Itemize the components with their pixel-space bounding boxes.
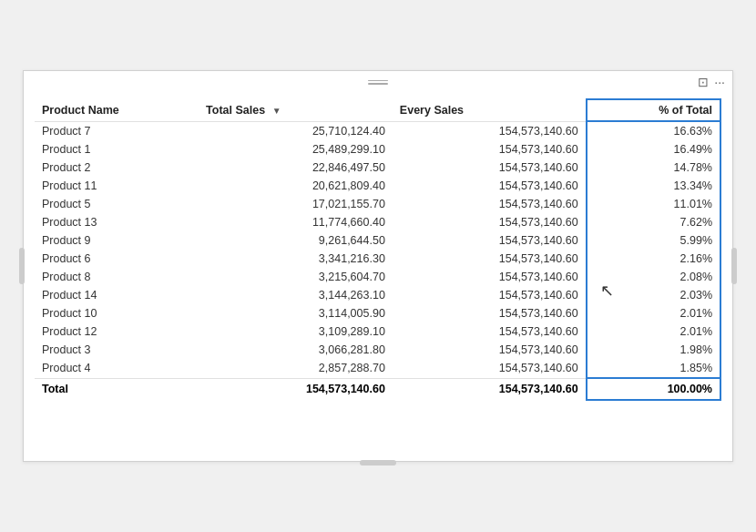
top-bar: ⊡ ··· bbox=[24, 71, 732, 93]
cell-pct-total: 2.03% bbox=[587, 286, 720, 304]
cell-product-name: Product 4 bbox=[35, 359, 199, 378]
cell-product-name: Product 3 bbox=[35, 341, 199, 359]
cell-pct-total: 5.99% bbox=[587, 231, 720, 250]
cell-every-sales: 154,573,140.60 bbox=[393, 322, 587, 341]
cell-pct-total: 2.01% bbox=[587, 322, 720, 341]
cell-every-sales: 154,573,140.60 bbox=[393, 268, 587, 286]
cell-every-sales: 154,573,140.60 bbox=[393, 304, 587, 322]
table-container: Product Name Total Sales ▼ Every Sales %… bbox=[24, 93, 732, 412]
cell-every-sales: 154,573,140.60 bbox=[393, 195, 587, 213]
more-options-icon[interactable]: ··· bbox=[714, 75, 725, 89]
expand-icon[interactable]: ⊡ bbox=[698, 75, 709, 89]
cell-total-sales: 9,261,644.50 bbox=[199, 231, 393, 250]
footer-pct-total: 100.00% bbox=[587, 378, 720, 400]
cell-pct-total: 16.63% bbox=[587, 121, 720, 140]
table-row: Product 5 17,021,155.70 154,573,140.60 1… bbox=[35, 195, 720, 213]
cell-every-sales: 154,573,140.60 bbox=[393, 213, 587, 231]
cell-every-sales: 154,573,140.60 bbox=[393, 359, 587, 378]
cell-product-name: Product 9 bbox=[35, 231, 199, 250]
cell-pct-total: 13.34% bbox=[587, 177, 720, 195]
table-body: Product 7 25,710,124.40 154,573,140.60 1… bbox=[35, 121, 720, 378]
table-row: Product 6 3,341,216.30 154,573,140.60 2.… bbox=[35, 250, 720, 268]
cell-product-name: Product 12 bbox=[35, 322, 199, 341]
cell-pct-total: 2.08% bbox=[587, 268, 720, 286]
col-header-total-sales[interactable]: Total Sales ▼ bbox=[199, 99, 393, 121]
cell-product-name: Product 5 bbox=[35, 195, 199, 213]
drag-handle-area[interactable] bbox=[364, 79, 392, 85]
cell-product-name: Product 13 bbox=[35, 213, 199, 231]
table-row: Product 7 25,710,124.40 154,573,140.60 1… bbox=[35, 121, 720, 140]
cell-total-sales: 3,144,263.10 bbox=[199, 286, 393, 304]
cell-product-name: Product 1 bbox=[35, 140, 199, 159]
cell-pct-total: 1.98% bbox=[587, 341, 720, 359]
col-header-every-sales: Every Sales bbox=[393, 99, 587, 121]
cell-every-sales: 154,573,140.60 bbox=[393, 341, 587, 359]
cell-every-sales: 154,573,140.60 bbox=[393, 231, 587, 250]
cell-total-sales: 3,341,216.30 bbox=[199, 250, 393, 268]
cell-total-sales: 3,215,604.70 bbox=[199, 268, 393, 286]
cell-product-name: Product 7 bbox=[35, 121, 199, 140]
cell-every-sales: 154,573,140.60 bbox=[393, 177, 587, 195]
cell-every-sales: 154,573,140.60 bbox=[393, 159, 587, 177]
resize-handle-right[interactable] bbox=[731, 248, 737, 284]
table-row: Product 10 3,114,005.90 154,573,140.60 2… bbox=[35, 304, 720, 322]
col-header-pct-total: % of Total bbox=[587, 99, 720, 121]
cell-total-sales: 25,489,299.10 bbox=[199, 140, 393, 159]
cell-pct-total: 2.16% bbox=[587, 250, 720, 268]
cell-product-name: Product 8 bbox=[35, 268, 199, 286]
cell-pct-total: 14.78% bbox=[587, 159, 720, 177]
cell-total-sales: 3,066,281.80 bbox=[199, 341, 393, 359]
cell-total-sales: 17,021,155.70 bbox=[199, 195, 393, 213]
table-header-row: Product Name Total Sales ▼ Every Sales %… bbox=[35, 99, 720, 121]
cell-product-name: Product 6 bbox=[35, 250, 199, 268]
cell-pct-total: 11.01% bbox=[587, 195, 720, 213]
drag-handle[interactable] bbox=[364, 79, 392, 85]
cell-product-name: Product 14 bbox=[35, 286, 199, 304]
cell-product-name: Product 2 bbox=[35, 159, 199, 177]
cell-total-sales: 11,774,660.40 bbox=[199, 213, 393, 231]
table-footer-row: Total 154,573,140.60 154,573,140.60 100.… bbox=[35, 378, 720, 400]
cell-every-sales: 154,573,140.60 bbox=[393, 286, 587, 304]
table-row: Product 9 9,261,644.50 154,573,140.60 5.… bbox=[35, 231, 720, 250]
data-table: Product Name Total Sales ▼ Every Sales %… bbox=[35, 98, 721, 401]
table-row: Product 3 3,066,281.80 154,573,140.60 1.… bbox=[35, 341, 720, 359]
cell-every-sales: 154,573,140.60 bbox=[393, 121, 587, 140]
cell-every-sales: 154,573,140.60 bbox=[393, 250, 587, 268]
footer-label: Total bbox=[35, 378, 199, 400]
cell-pct-total: 16.49% bbox=[587, 140, 720, 159]
table-row: Product 13 11,774,660.40 154,573,140.60 … bbox=[35, 213, 720, 231]
cell-product-name: Product 10 bbox=[35, 304, 199, 322]
footer-every-sales: 154,573,140.60 bbox=[393, 378, 587, 400]
table-row: Product 1 25,489,299.10 154,573,140.60 1… bbox=[35, 140, 720, 159]
resize-handle-bottom[interactable] bbox=[360, 460, 396, 466]
cell-total-sales: 22,846,497.50 bbox=[199, 159, 393, 177]
cell-total-sales: 20,621,809.40 bbox=[199, 177, 393, 195]
cell-pct-total: 1.85% bbox=[587, 359, 720, 378]
col-header-name: Product Name bbox=[35, 99, 199, 121]
top-bar-actions: ⊡ ··· bbox=[698, 75, 725, 89]
table-row: Product 4 2,857,288.70 154,573,140.60 1.… bbox=[35, 359, 720, 378]
cell-total-sales: 3,114,005.90 bbox=[199, 304, 393, 322]
table-row: Product 14 3,144,263.10 154,573,140.60 2… bbox=[35, 286, 720, 304]
cell-every-sales: 154,573,140.60 bbox=[393, 140, 587, 159]
table-row: Product 8 3,215,604.70 154,573,140.60 2.… bbox=[35, 268, 720, 286]
cell-pct-total: 7.62% bbox=[587, 213, 720, 231]
table-row: Product 12 3,109,289.10 154,573,140.60 2… bbox=[35, 322, 720, 341]
footer-total-sales: 154,573,140.60 bbox=[199, 378, 393, 400]
resize-handle-left[interactable] bbox=[19, 248, 25, 284]
cell-product-name: Product 11 bbox=[35, 177, 199, 195]
cell-total-sales: 25,710,124.40 bbox=[199, 121, 393, 140]
report-window: ⊡ ··· Product Name Total Sales ▼ Every S… bbox=[23, 70, 733, 462]
cell-total-sales: 3,109,289.10 bbox=[199, 322, 393, 341]
table-row: Product 2 22,846,497.50 154,573,140.60 1… bbox=[35, 159, 720, 177]
cell-total-sales: 2,857,288.70 bbox=[199, 359, 393, 378]
table-footer: Total 154,573,140.60 154,573,140.60 100.… bbox=[35, 378, 720, 400]
table-row: Product 11 20,621,809.40 154,573,140.60 … bbox=[35, 177, 720, 195]
sort-icon: ▼ bbox=[272, 106, 281, 116]
cell-pct-total: 2.01% bbox=[587, 304, 720, 322]
